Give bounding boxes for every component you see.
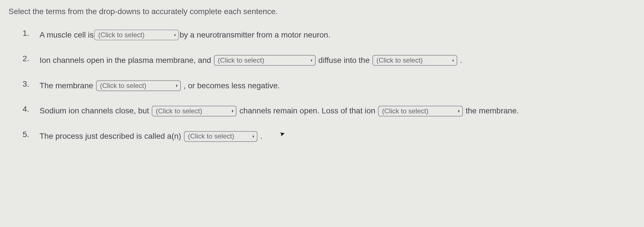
question-text: by a neurotransmitter from a motor neuro… — [179, 29, 330, 41]
question-content: A muscle cell is(Click to select)by a ne… — [40, 29, 636, 41]
q2-dropdown-2[interactable]: (Click to select) — [372, 55, 457, 66]
q5-dropdown-1[interactable]: (Click to select) — [184, 131, 257, 142]
updown-arrows-icon — [310, 59, 313, 62]
question-row: 1.A muscle cell is(Click to select)by a … — [23, 29, 636, 41]
updown-arrows-icon — [452, 59, 454, 62]
question-text: Ion channels open in the plasma membrane… — [40, 54, 213, 67]
instruction-text: Select the terms from the drop-downs to … — [8, 7, 636, 16]
question-text: A muscle cell is — [40, 29, 94, 41]
question-text: diffuse into the — [316, 54, 372, 67]
question-content: The membrane (Click to select) , or beco… — [40, 80, 636, 92]
question-text: the membrane. — [463, 105, 519, 117]
question-text: The process just described is called a(n… — [40, 130, 183, 143]
dropdown-label: (Click to select) — [188, 131, 249, 142]
q4-dropdown-2[interactable]: (Click to select) — [378, 106, 463, 116]
question-number: 3. — [23, 80, 40, 89]
question-text: . — [258, 130, 263, 143]
question-text: Sodium ion channels close, but — [40, 105, 151, 117]
question-text: channels remain open. Loss of that ion — [237, 105, 378, 117]
question-number: 5. — [23, 130, 40, 139]
updown-arrows-icon — [231, 110, 234, 112]
question-content: Ion channels open in the plasma membrane… — [40, 54, 636, 67]
dropdown-label: (Click to select) — [382, 106, 455, 116]
question-number: 4. — [23, 105, 40, 114]
dropdown-label: (Click to select) — [98, 30, 171, 40]
question-row: 5.The process just described is called a… — [23, 130, 636, 143]
question-row: 4.Sodium ion channels close, but (Click … — [23, 105, 636, 117]
question-row: 2.Ion channels open in the plasma membra… — [23, 54, 636, 67]
question-text: The membrane — [40, 80, 96, 92]
dropdown-label: (Click to select) — [100, 80, 173, 91]
q3-dropdown-1[interactable]: (Click to select) — [96, 80, 181, 91]
question-text: . — [458, 54, 462, 67]
question-content: The process just described is called a(n… — [40, 130, 636, 143]
q4-dropdown-1[interactable]: (Click to select) — [152, 106, 237, 116]
questions-container: 1.A muscle cell is(Click to select)by a … — [8, 29, 636, 143]
q1-dropdown-1[interactable]: (Click to select) — [94, 30, 179, 40]
question-content: Sodium ion channels close, but (Click to… — [40, 105, 636, 117]
dropdown-label: (Click to select) — [156, 106, 228, 116]
updown-arrows-icon — [252, 135, 255, 138]
updown-arrows-icon — [174, 34, 176, 36]
q2-dropdown-1[interactable]: (Click to select) — [214, 55, 316, 66]
updown-arrows-icon — [175, 84, 178, 87]
question-number: 2. — [23, 54, 40, 63]
dropdown-label: (Click to select) — [376, 55, 449, 66]
updown-arrows-icon — [457, 110, 460, 112]
question-text: , or becomes less negative. — [181, 80, 280, 92]
question-row: 3.The membrane (Click to select) , or be… — [23, 80, 636, 92]
dropdown-label: (Click to select) — [218, 55, 307, 66]
question-number: 1. — [23, 29, 40, 38]
